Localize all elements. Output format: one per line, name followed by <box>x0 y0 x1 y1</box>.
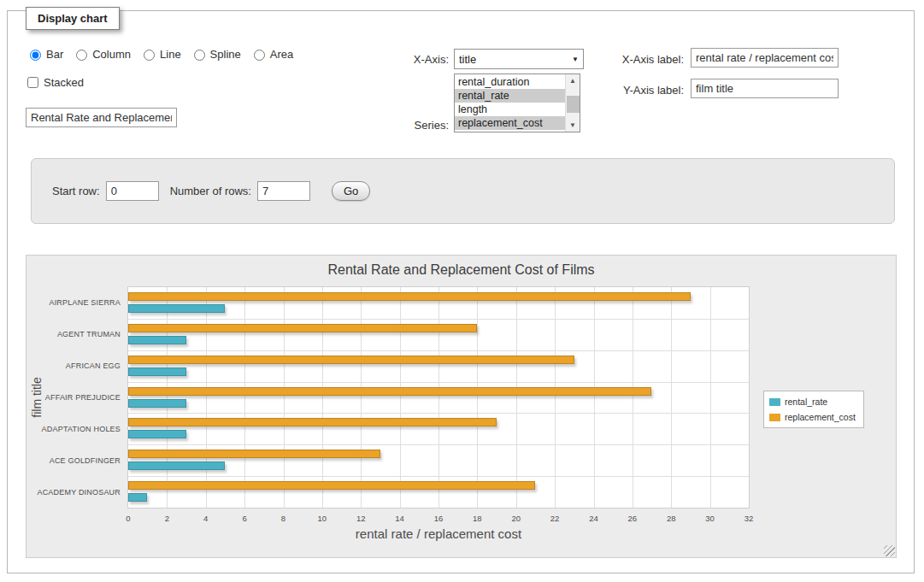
bar-rental_rate <box>128 430 186 438</box>
x-tick-label: 12 <box>348 514 374 523</box>
bar-radio[interactable] <box>30 50 41 61</box>
line-radio[interactable] <box>144 50 155 61</box>
x-tick-label: 10 <box>309 514 335 523</box>
chart-legend: rental_ratereplacement_cost <box>763 391 864 428</box>
number-of-rows-input[interactable] <box>257 181 310 201</box>
spline-radio-label: Spline <box>210 48 241 61</box>
y-tick-label: ACE GOLDFINGER <box>26 456 121 465</box>
chart-panel: Rental Rate and Replacement Cost of Film… <box>26 255 897 558</box>
x-tick-label: 6 <box>232 514 257 523</box>
go-button[interactable]: Go <box>332 181 370 201</box>
gridline-horizontal <box>128 319 749 320</box>
bar-rental_rate <box>128 493 147 502</box>
scrollbar-thumb[interactable] <box>567 96 580 113</box>
xaxis-label-field-label: X-Axis label: <box>588 53 684 66</box>
area-radio[interactable] <box>254 50 265 61</box>
gridline-vertical <box>633 287 633 508</box>
y-tick-label: AIRPLANE SIERRA <box>26 298 121 307</box>
xaxis-select[interactable]: title ▼ <box>454 49 584 69</box>
x-tick-label: 30 <box>697 514 723 523</box>
x-axis-title: rental rate / replacement cost <box>127 526 750 541</box>
gridline-vertical <box>206 287 207 508</box>
gridline-vertical <box>671 287 672 508</box>
xaxis-label-input[interactable] <box>691 48 839 68</box>
start-row-input[interactable] <box>106 181 159 201</box>
x-tick-label: 4 <box>193 514 219 523</box>
display-chart-legend: Display chart <box>26 7 120 30</box>
series-option[interactable]: rental_rate <box>455 89 565 103</box>
gridline-vertical <box>555 287 556 508</box>
scroll-up-icon[interactable]: ▲ <box>566 74 580 87</box>
yaxis-label-input[interactable] <box>691 79 839 98</box>
column-radio[interactable] <box>76 50 87 61</box>
y-tick-label: AFRICAN EGG <box>26 362 121 370</box>
spline-radio-option[interactable]: Spline <box>190 47 241 61</box>
x-tick-label: 32 <box>736 514 762 523</box>
legend-swatch <box>769 414 780 421</box>
y-tick-label: ACADEMY DINOSAUR <box>26 488 121 497</box>
series-option[interactable]: replacement_cost <box>455 116 565 130</box>
x-tick-label: 16 <box>426 514 451 523</box>
chart-title: Rental Rate and Replacement Cost of Film… <box>26 262 896 278</box>
bar-rental_rate <box>128 336 186 344</box>
gridline-vertical <box>400 287 401 508</box>
stacked-checkbox-option[interactable]: Stacked <box>24 74 84 91</box>
series-listbox-label: Series: <box>376 119 449 132</box>
chevron-down-icon: ▼ <box>568 56 583 63</box>
legend-item: rental_rate <box>769 397 856 407</box>
number-of-rows-label: Number of rows: <box>170 185 251 197</box>
series-options: rental_duration rental_rate length repla… <box>455 74 565 132</box>
bar-radio-label: Bar <box>46 48 63 61</box>
gridline-horizontal <box>128 476 749 477</box>
bar-replacement_cost <box>128 387 651 396</box>
scroll-down-icon[interactable]: ▼ <box>566 119 580 132</box>
series-option[interactable]: rental_duration <box>455 75 565 89</box>
page: Display chart Bar Column Line Spline Are… <box>0 0 924 582</box>
bar-replacement_cost <box>128 292 691 301</box>
bar-rental_rate <box>128 461 225 470</box>
gridline-vertical <box>594 287 595 508</box>
legend-swatch <box>769 398 780 406</box>
legend-label: replacement_cost <box>785 412 856 422</box>
xaxis-select-value: title <box>455 53 568 66</box>
start-row-label: Start row: <box>52 185 100 197</box>
gridline-horizontal <box>128 382 749 383</box>
series-scrollbar[interactable]: ▲ ▼ <box>565 74 580 132</box>
x-tick-label: 26 <box>620 514 645 523</box>
stacked-option: Stacked <box>24 74 84 91</box>
x-tick-label: 22 <box>542 514 568 523</box>
area-radio-label: Area <box>270 48 293 61</box>
series-listbox[interactable]: rental_duration rental_rate length repla… <box>454 73 580 132</box>
series-option[interactable]: length <box>455 103 565 116</box>
resize-grip[interactable] <box>884 545 895 556</box>
gridline-horizontal <box>128 350 749 351</box>
area-radio-option[interactable]: Area <box>250 47 293 61</box>
y-tick-label: AGENT TRUMAN <box>26 330 121 338</box>
x-tick-label: 24 <box>581 514 607 523</box>
legend-label: rental_rate <box>785 397 827 407</box>
x-tick-label: 28 <box>658 514 684 523</box>
chart-title-input[interactable] <box>26 108 177 127</box>
spline-radio[interactable] <box>194 50 205 61</box>
bar-rental_rate <box>128 399 186 408</box>
x-tick-label: 8 <box>271 514 297 523</box>
legend-item: replacement_cost <box>769 412 856 422</box>
y-tick-label: ADAPTATION HOLES <box>26 425 121 433</box>
gridline-vertical <box>438 287 439 508</box>
bar-rental_rate <box>128 304 225 313</box>
bar-radio-option[interactable]: Bar <box>26 47 63 61</box>
x-tick-label: 2 <box>154 514 180 523</box>
gridline-horizontal <box>128 413 749 414</box>
stacked-label: Stacked <box>44 76 84 89</box>
bar-replacement_cost <box>128 356 574 364</box>
yaxis-label-field-label: Y-Axis label: <box>588 84 684 97</box>
column-radio-option[interactable]: Column <box>72 47 131 61</box>
plot-area <box>127 286 750 509</box>
gridline-vertical <box>167 287 168 508</box>
bar-rental_rate <box>128 367 186 376</box>
line-radio-option[interactable]: Line <box>139 47 181 61</box>
gridline-horizontal <box>128 444 749 445</box>
gridline-vertical <box>284 287 285 508</box>
stacked-checkbox[interactable] <box>27 77 38 88</box>
y-tick-label: AFFAIR PREJUDICE <box>26 393 121 402</box>
